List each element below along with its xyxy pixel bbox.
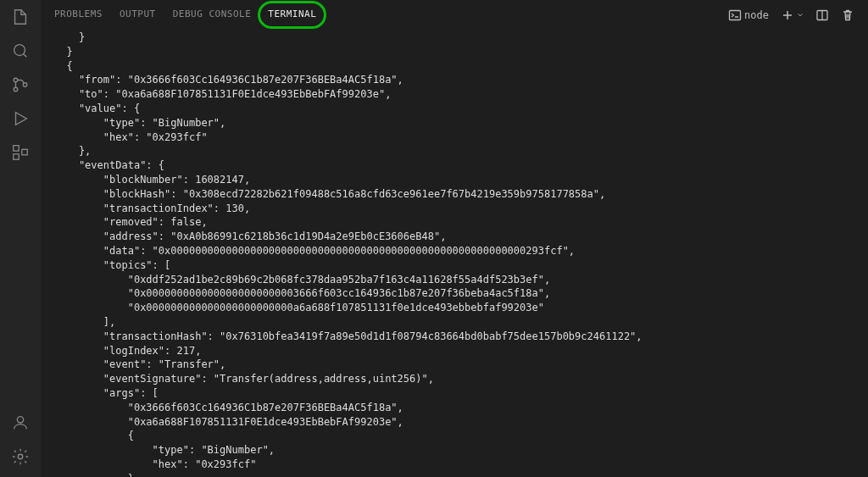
shell-label: node (744, 9, 769, 21)
svg-point-7 (17, 417, 23, 423)
kill-terminal-button[interactable] (841, 8, 854, 22)
svg-rect-9 (730, 10, 741, 19)
explorer-icon[interactable] (10, 7, 31, 27)
svg-point-3 (23, 83, 27, 87)
tab-problems[interactable]: PROBLEMS (54, 3, 103, 27)
svg-point-0 (14, 45, 25, 56)
extensions-icon[interactable] (10, 142, 31, 163)
svg-point-2 (14, 87, 18, 92)
split-icon (815, 8, 829, 22)
plus-icon (781, 8, 794, 22)
new-terminal-button[interactable] (781, 8, 804, 22)
activity-bar (0, 0, 41, 477)
trash-icon (841, 8, 854, 22)
main-panel: PROBLEMS OUTPUT DEBUG CONSOLE TERMINAL n… (41, 0, 868, 477)
debug-icon[interactable] (10, 108, 31, 129)
tab-debug-console[interactable]: DEBUG CONSOLE (173, 3, 252, 27)
terminal-type-icon (728, 8, 742, 22)
panel-header: PROBLEMS OUTPUT DEBUG CONSOLE TERMINAL n… (41, 0, 868, 27)
panel-tabs: PROBLEMS OUTPUT DEBUG CONSOLE TERMINAL (54, 3, 728, 27)
tab-output[interactable]: OUTPUT (120, 3, 156, 27)
svg-rect-6 (22, 149, 27, 154)
search-icon[interactable] (10, 41, 31, 61)
chevron-down-icon (797, 12, 804, 19)
svg-point-1 (14, 78, 18, 82)
terminal-output[interactable]: } } { "from": "0x3666f603Cc164936C1b87e2… (41, 27, 868, 477)
svg-rect-5 (14, 154, 19, 159)
source-control-icon[interactable] (10, 75, 31, 95)
terminal-shell-selector[interactable]: node (728, 8, 769, 22)
svg-rect-4 (14, 146, 19, 151)
settings-icon[interactable] (10, 446, 31, 467)
svg-point-8 (18, 454, 23, 459)
tab-terminal[interactable]: TERMINAL (268, 3, 316, 27)
split-terminal-button[interactable] (815, 8, 829, 22)
account-icon[interactable] (10, 413, 31, 433)
panel-actions: node (728, 8, 854, 22)
